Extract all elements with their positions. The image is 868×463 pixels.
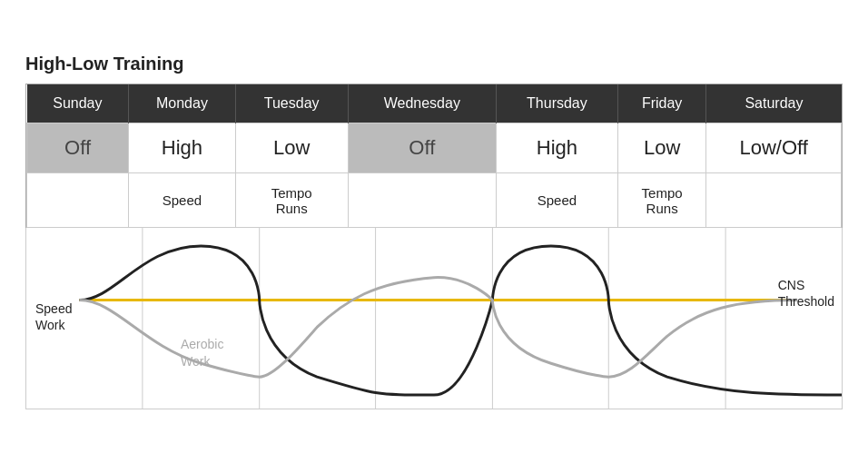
saturday-header: Saturday (706, 84, 842, 123)
sunday-type (27, 173, 129, 228)
saturday-intensity: Low/Off (706, 123, 842, 173)
monday-type: Speed (129, 173, 235, 228)
training-chart (26, 228, 842, 409)
wednesday-header: Wednesday (348, 84, 496, 123)
black-speed-curve (80, 246, 842, 395)
thursday-intensity: High (496, 123, 617, 173)
wednesday-type (348, 173, 496, 228)
tuesday-header: Tuesday (235, 84, 348, 123)
sunday-header: Sunday (27, 84, 129, 123)
speed-work-label: SpeedWork (35, 300, 72, 333)
friday-intensity: Low (617, 123, 706, 173)
thursday-type: Speed (496, 173, 617, 228)
thursday-header: Thursday (496, 84, 617, 123)
chart-title: High-Low Training (25, 54, 843, 74)
training-table: Sunday Monday Tuesday Wednesday Thursday… (25, 84, 843, 228)
chart-area: SpeedWork AerobicWork CNSThreshold (25, 228, 843, 409)
workout-type-row: Speed TempoRuns Speed TempoRuns (27, 173, 842, 228)
days-header-row: Sunday Monday Tuesday Wednesday Thursday… (27, 84, 842, 123)
sunday-intensity: Off (27, 123, 129, 173)
cns-threshold-label: CNSThreshold (778, 276, 834, 309)
tuesday-type: TempoRuns (235, 173, 348, 228)
monday-header: Monday (129, 84, 235, 123)
main-container: High-Low Training Sunday Monday Tuesday … (16, 44, 852, 419)
saturday-type (706, 173, 842, 228)
aerobic-work-label: AerobicWork (181, 336, 223, 369)
monday-intensity: High (129, 123, 235, 173)
friday-type: TempoRuns (617, 173, 706, 228)
tuesday-intensity: Low (235, 123, 348, 173)
wednesday-intensity: Off (348, 123, 496, 173)
friday-header: Friday (617, 84, 706, 123)
intensity-row: Off High Low Off High Low Low/Off (27, 123, 842, 173)
